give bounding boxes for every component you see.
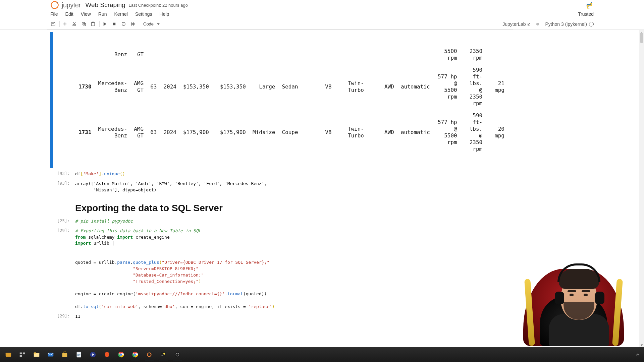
cell-prompt: [93]: xyxy=(53,170,73,178)
menu-bar: File Edit View Run Kernel Settings Help … xyxy=(0,9,644,19)
menu-run[interactable]: Run xyxy=(98,11,107,17)
cell-prompt: [93]: xyxy=(53,180,73,194)
kernel-name[interactable]: Python 3 (ipykernel) xyxy=(545,21,587,27)
cell-prompt: [25]: xyxy=(53,218,73,225)
svg-rect-13 xyxy=(23,353,25,355)
svg-point-28 xyxy=(175,352,180,358)
svg-rect-12 xyxy=(20,353,22,355)
taskbar-obs-icon[interactable] xyxy=(170,348,184,361)
toolbar: Code JupyterLab Python 3 (ipykernel) xyxy=(0,19,644,29)
scroll-thumb[interactable] xyxy=(640,33,643,43)
run-icon[interactable] xyxy=(101,20,108,28)
jupyter-logo-text: jupyter xyxy=(62,1,81,9)
kernel-status-icon[interactable] xyxy=(589,22,594,26)
table-row: 1730 Mercedes- Benz AMG GT 63 2024 $153,… xyxy=(75,64,508,110)
taskbar-brave-icon[interactable] xyxy=(100,348,114,361)
table-output-cell[interactable]: Benz GT 5500 rpm 2350 rpm xyxy=(50,32,510,168)
svg-point-4 xyxy=(72,24,74,26)
scroll-down-arrow-icon[interactable]: ▾ xyxy=(639,343,644,347)
cell-type-select[interactable]: Code xyxy=(141,21,162,27)
notebook-title[interactable]: Web Scraping xyxy=(86,1,125,9)
svg-rect-16 xyxy=(34,353,36,354)
svg-rect-14 xyxy=(20,355,22,357)
cell-output-text: array(['Aston Martin', 'Audi', 'BMW', 'B… xyxy=(73,180,510,194)
code-cell-93-input[interactable]: [93]: df['Make'].unique() xyxy=(50,170,510,178)
taskbar-chrome2-icon[interactable] xyxy=(128,348,142,361)
jupyterlab-link[interactable]: JupyterLab xyxy=(502,21,531,27)
add-cell-icon[interactable] xyxy=(61,20,68,28)
stop-icon[interactable] xyxy=(110,20,118,28)
svg-rect-25 xyxy=(161,352,166,357)
svg-point-22 xyxy=(120,354,122,356)
svg-rect-3 xyxy=(52,22,54,23)
paste-icon[interactable] xyxy=(89,20,97,28)
menu-settings[interactable]: Settings xyxy=(135,11,152,17)
section-heading: Exporting the data to SQL Server xyxy=(75,203,508,214)
svg-rect-7 xyxy=(83,23,86,26)
menu-help[interactable]: Help xyxy=(160,11,169,17)
taskbar-notepad-icon[interactable] xyxy=(72,348,86,361)
code-cell-29-input[interactable]: [29]: # Exporting this data back to a Ne… xyxy=(50,227,510,311)
debugger-icon[interactable] xyxy=(536,23,539,25)
svg-point-27 xyxy=(163,353,165,355)
save-icon[interactable] xyxy=(49,20,57,28)
notebook-header: jupyter Web Scraping Last Checkpoint: 22… xyxy=(0,0,644,9)
svg-rect-17 xyxy=(48,353,54,357)
taskbar-pycharm-icon[interactable] xyxy=(156,348,170,361)
taskbar-tray-icon[interactable] xyxy=(635,352,640,357)
svg-rect-26 xyxy=(162,356,164,356)
menu-edit[interactable]: Edit xyxy=(65,11,73,17)
taskbar-app-1[interactable] xyxy=(1,348,15,361)
dataframe-table: Benz GT 5500 rpm 2350 rpm xyxy=(75,45,508,155)
checkpoint-text: Last Checkpoint: 22 hours ago xyxy=(129,3,188,8)
svg-point-5 xyxy=(74,24,76,26)
cell-prompt: [29]: xyxy=(53,313,73,320)
markdown-cell[interactable]: Exporting the data to SQL Server xyxy=(50,196,510,216)
svg-rect-19 xyxy=(77,352,81,358)
restart-run-all-icon[interactable] xyxy=(129,20,137,28)
menu-file[interactable]: File xyxy=(50,11,58,17)
taskbar-store-icon[interactable] xyxy=(58,348,72,361)
vertical-scrollbar[interactable]: ▴ ▾ xyxy=(639,30,644,347)
cut-icon[interactable] xyxy=(70,20,78,28)
cell-output-text: 11 xyxy=(73,313,510,320)
text-cursor: | xyxy=(112,241,115,246)
code-cell-25-input[interactable]: [25]: # pip install pypyodbc xyxy=(50,218,510,225)
svg-point-2 xyxy=(52,7,53,8)
taskbar-app-loop-icon[interactable] xyxy=(142,348,156,361)
python-icon xyxy=(585,1,594,9)
svg-point-24 xyxy=(134,354,136,356)
table-row: 1731 Mercedes- Benz AMG GT 63 2024 $175,… xyxy=(75,110,508,155)
taskbar-media-icon[interactable] xyxy=(86,348,100,361)
taskbar-desktops-icon[interactable] xyxy=(15,348,30,361)
trusted-indicator: Trusted xyxy=(578,11,594,17)
svg-rect-10 xyxy=(113,23,115,25)
copy-icon[interactable] xyxy=(80,20,87,28)
code-cell-29-output: [29]: 11 xyxy=(50,313,510,320)
menu-kernel[interactable]: Kernel xyxy=(114,11,127,17)
jupyterlab-link-text: JupyterLab xyxy=(502,21,526,27)
svg-rect-11 xyxy=(6,353,11,357)
table-row: Benz GT 5500 rpm 2350 rpm xyxy=(75,45,508,64)
svg-rect-6 xyxy=(82,22,85,25)
cell-prompt: [29]: xyxy=(53,227,73,311)
taskbar-chrome-icon[interactable] xyxy=(114,348,128,361)
taskbar-explorer-icon[interactable] xyxy=(30,348,44,361)
restart-icon[interactable] xyxy=(120,20,127,28)
menu-view[interactable]: View xyxy=(81,11,91,17)
webcam-overlay xyxy=(510,245,637,346)
svg-rect-18 xyxy=(62,353,67,357)
windows-taskbar[interactable] xyxy=(0,347,644,362)
taskbar-mail-icon[interactable] xyxy=(44,348,58,361)
code-cell-93-output: [93]: array(['Aston Martin', 'Audi', 'BM… xyxy=(50,180,510,194)
svg-point-1 xyxy=(57,2,58,3)
notebook-area[interactable]: Benz GT 5500 rpm 2350 rpm xyxy=(47,29,513,362)
jupyter-logo-icon xyxy=(50,1,59,9)
